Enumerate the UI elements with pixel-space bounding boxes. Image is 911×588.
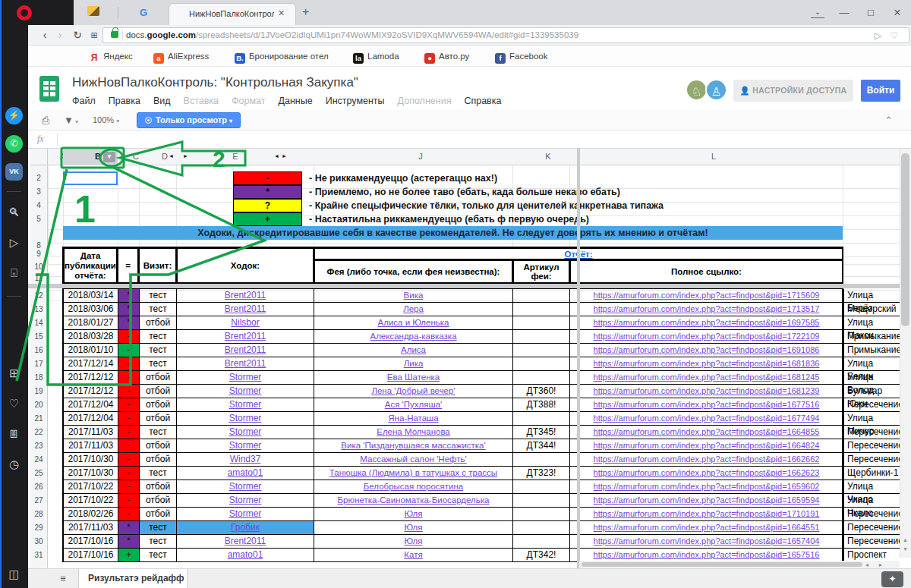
row-number-16[interactable]: 16: [30, 346, 47, 354]
row-number-26[interactable]: 26: [30, 483, 47, 491]
all-sheets-icon[interactable]: ≡: [55, 573, 71, 585]
row-number-2[interactable]: 2: [30, 174, 47, 182]
frozen-rows-divider[interactable]: [28, 284, 900, 288]
report-post-link[interactable]: https://amurforum.com/index.php?act=find…: [594, 304, 820, 313]
row-number-15[interactable]: 15: [30, 332, 47, 341]
hodok-link[interactable]: Stormer: [229, 399, 262, 410]
row-number-30[interactable]: 30: [30, 537, 47, 546]
hodok-link[interactable]: Stormer: [229, 372, 262, 382]
bookmarks-heart-icon[interactable]: ♡: [5, 395, 23, 412]
menu-Инструменты[interactable]: Инструменты: [326, 96, 385, 106]
report-post-link[interactable]: https://amurforum.com/index.php?act=find…: [594, 523, 820, 532]
tab-image[interactable]: [79, 5, 108, 21]
tab-active[interactable]: НижНовПалкоКонтроль: ✕: [169, 3, 296, 25]
feya-link[interactable]: Танюшка (Людмила) в татушках с трассы: [329, 468, 497, 477]
sign-in-button[interactable]: Войти: [861, 80, 900, 102]
speeddial-icon[interactable]: ⊞: [5, 364, 23, 382]
column-letter-L[interactable]: L: [706, 152, 721, 161]
row-number-10[interactable]: 10: [30, 263, 47, 271]
report-post-link[interactable]: https://amurforum.com/index.php?act=find…: [594, 427, 820, 436]
report-post-link[interactable]: https://amurforum.com/index.php?act=find…: [594, 291, 820, 300]
panel-toggle-icon[interactable]: ◫: [5, 565, 23, 583]
report-post-link[interactable]: https://amurforum.com/index.php?act=find…: [594, 332, 820, 341]
view-only-button[interactable]: Только просмотр ▾: [137, 112, 241, 128]
row-number-22[interactable]: 22: [30, 428, 47, 436]
close-icon[interactable]: ✕: [891, 6, 904, 20]
sheet-tab[interactable]: Ризультатэ рейдафф ▾: [78, 569, 188, 588]
row-number-24[interactable]: 24: [30, 455, 47, 464]
feya-link[interactable]: Белобрысая поросятина: [364, 482, 463, 491]
bookmark-Яндекс[interactable]: ЯЯндекс: [89, 49, 133, 64]
report-post-link[interactable]: https://amurforum.com/index.php?act=find…: [594, 413, 820, 423]
bookmark-Lamoda[interactable]: laLamoda: [353, 49, 399, 64]
row-number-17[interactable]: 17: [30, 360, 47, 368]
collapse-toolbar-icon[interactable]: ⌃: [884, 113, 893, 127]
report-post-link[interactable]: https://amurforum.com/index.php?act=find…: [594, 536, 820, 546]
whatsapp-icon[interactable]: ✆: [5, 135, 23, 153]
row-number-21[interactable]: 21: [30, 414, 47, 423]
minimize-icon[interactable]: —: [837, 6, 851, 20]
column-letter-J[interactable]: J: [413, 152, 428, 161]
hodok-link[interactable]: Stormer: [229, 481, 262, 492]
row-number-13[interactable]: 13: [30, 305, 47, 313]
selected-cell-b2[interactable]: [63, 171, 118, 185]
feya-link[interactable]: Елена Молчанова: [377, 427, 450, 436]
report-post-link[interactable]: https://amurforum.com/index.php?act=find…: [594, 386, 820, 395]
document-title[interactable]: НижНовПалкоКонтроль: "Контрольная Закупк…: [72, 75, 358, 90]
menu-Файл[interactable]: Файл: [72, 96, 96, 106]
hodok-link[interactable]: Гробик: [231, 522, 260, 533]
maximize-icon[interactable]: ☐: [864, 6, 878, 20]
scroll-up-icon[interactable]: ▲: [901, 537, 909, 543]
row-number-18[interactable]: 18: [30, 373, 47, 382]
feya-link[interactable]: Александра-кавказка: [370, 332, 456, 341]
snapshot-icon[interactable]: ⌻: [5, 264, 23, 281]
feya-link[interactable]: Лена 'Добрый вечер': [371, 386, 455, 395]
column-letter-E[interactable]: E: [228, 152, 243, 161]
select-all-corner[interactable]: [30, 149, 48, 165]
row-number-5[interactable]: 5: [30, 215, 47, 223]
new-tab-button[interactable]: +: [302, 5, 309, 19]
print-icon[interactable]: ⎙: [42, 113, 49, 127]
zoom-select[interactable]: 100% ▾: [93, 113, 119, 128]
search-icon[interactable]: 🔍︎: [5, 203, 23, 221]
feya-link[interactable]: Алиса: [401, 345, 426, 354]
column-b-filter-dropdown-icon[interactable]: ▼: [103, 152, 115, 162]
row-number-27[interactable]: 27: [30, 496, 47, 505]
menu-Справка[interactable]: Справка: [464, 96, 501, 106]
hodok-link[interactable]: Brent2011: [225, 536, 266, 546]
save-bookmark-heart-icon[interactable]: ♡: [890, 30, 898, 41]
hodok-link[interactable]: Stormer: [229, 413, 262, 423]
feya-link[interactable]: Вика: [404, 291, 424, 300]
hodok-link[interactable]: Nilsbor: [231, 317, 259, 328]
opera-menu-button[interactable]: [17, 5, 32, 20]
report-post-link[interactable]: https://amurforum.com/index.php?act=find…: [594, 495, 820, 505]
report-post-link[interactable]: https://amurforum.com/index.php?act=find…: [594, 359, 820, 368]
hodok-link[interactable]: Brent2011: [225, 331, 266, 341]
hodok-link[interactable]: amato01: [228, 467, 263, 478]
url-field[interactable]: docs.google.com/spreadsheets/d/1JVoeO2id…: [102, 27, 909, 43]
hodok-link[interactable]: Stormer: [229, 440, 262, 451]
row-number-29[interactable]: 29: [30, 524, 47, 532]
row-number-31[interactable]: 31: [30, 551, 47, 559]
menu-Вид[interactable]: Вид: [153, 96, 171, 106]
report-post-link[interactable]: https://amurforum.com/index.php?act=find…: [594, 318, 820, 327]
feya-link[interactable]: Юля: [404, 536, 422, 546]
hodok-link[interactable]: Brent2011: [225, 290, 266, 300]
vertical-scrollbar-thumb[interactable]: [901, 153, 909, 326]
feya-link[interactable]: Юля: [404, 509, 422, 518]
row-number-11[interactable]: 11: [30, 274, 47, 282]
hodok-link[interactable]: Brent2011: [225, 303, 266, 314]
feya-link[interactable]: Яна-Наташа: [388, 413, 438, 423]
bookmark-Бронирование отел[interactable]: B.Бронирование отел: [235, 49, 329, 64]
bookmark-Авто.ру[interactable]: ●Авто.ру: [424, 49, 469, 64]
messenger-icon[interactable]: ⚡: [5, 107, 23, 124]
flow-icon[interactable]: ▷: [5, 234, 23, 251]
row-number-19[interactable]: 19: [30, 387, 47, 395]
feya-link[interactable]: Юля: [404, 523, 422, 532]
hodok-link[interactable]: Stormer: [229, 426, 262, 437]
tab-google[interactable]: G: [129, 5, 158, 21]
report-post-link[interactable]: https://amurforum.com/index.php?act=find…: [594, 441, 820, 450]
reload-icon[interactable]: ↻: [70, 27, 85, 42]
hodok-link[interactable]: Stormer: [229, 495, 262, 505]
row-number-14[interactable]: 14: [30, 319, 47, 327]
